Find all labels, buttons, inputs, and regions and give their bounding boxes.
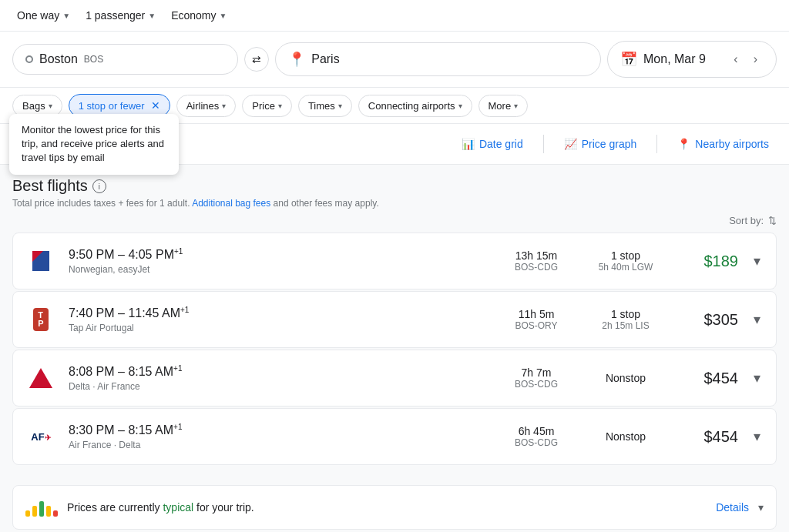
search-bar: Boston BOS ⇄ 📍 Paris 📅 Mon, Mar 9 ‹ ›	[0, 32, 789, 88]
times-filter[interactable]: Times ▾	[298, 95, 352, 117]
date-next-button[interactable]: ›	[747, 49, 764, 69]
best-flights-info-icon[interactable]: i	[92, 179, 106, 193]
bottom-bar: Prices are currently typical for your tr…	[12, 485, 777, 530]
main-content: Best flights i Total price includes taxe…	[0, 165, 789, 479]
flight-airline: Delta · Air France	[69, 381, 485, 392]
flight-times: 8:08 PM – 8:15 AM+1 Delta · Air France	[69, 364, 485, 391]
stop-filter-label: 1 stop or fewer	[79, 100, 145, 112]
flight-duration-main: 11h 5m	[498, 308, 575, 320]
airlines-filter[interactable]: Airlines ▾	[176, 95, 237, 117]
price-chevron: ▾	[278, 102, 282, 110]
nearby-airports-button[interactable]: 📍 Nearby airports	[670, 133, 777, 155]
price-bar-low	[25, 510, 30, 517]
flight-card: TP 7:40 PM – 11:45 AM+1 Tap Air Portugal…	[12, 291, 777, 348]
top-bar: One way ▼ 1 passenger ▼ Economy ▼	[0, 0, 789, 32]
flight-expand-button[interactable]: ▾	[750, 366, 764, 390]
flight-stops: 1 stop 5h 40m LGW	[587, 249, 664, 273]
more-filter[interactable]: More ▾	[478, 95, 529, 117]
calendar-icon: 📅	[620, 51, 637, 68]
date-grid-button[interactable]: 📊 Date grid	[454, 133, 531, 155]
connecting-airports-label: Connecting airports	[368, 100, 455, 112]
airline-logo	[25, 246, 56, 276]
sort-icon[interactable]: ⇅	[768, 215, 777, 226]
sort-by-label: Sort by:	[729, 215, 764, 226]
flight-price: $305	[677, 311, 738, 329]
flight-row[interactable]: 9:50 PM – 4:05 PM+1 Norwegian, easyJet 1…	[13, 233, 776, 289]
details-button[interactable]: Details	[716, 501, 749, 514]
flight-row[interactable]: TP 7:40 PM – 11:45 AM+1 Tap Air Portugal…	[13, 292, 776, 347]
price-graph-button[interactable]: 📈 Price graph	[556, 133, 645, 155]
origin-field[interactable]: Boston BOS	[12, 44, 238, 75]
flight-duration: 13h 15m BOS-CDG	[498, 249, 575, 273]
flight-route: BOS-CDG	[498, 379, 575, 390]
flight-duration: 11h 5m BOS-ORY	[498, 308, 575, 331]
date-grid-label: Date grid	[479, 138, 523, 150]
flight-times: 7:40 PM – 11:45 AM+1 Tap Air Portugal	[69, 306, 485, 333]
price-label: Price	[252, 100, 275, 112]
bottom-expand-icon[interactable]: ▾	[758, 501, 764, 514]
tooltip-text: Monitor the lowest price for this trip, …	[22, 124, 164, 163]
flight-expand-button[interactable]: ▾	[750, 425, 764, 448]
flight-stops-detail: 2h 15m LIS	[587, 320, 664, 331]
swap-button[interactable]: ⇄	[244, 47, 269, 72]
flight-duration-main: 7h 7m	[498, 366, 575, 379]
svg-marker-2	[29, 368, 52, 388]
bags-label: Bags	[22, 100, 45, 112]
flight-price: $454	[677, 428, 738, 446]
flight-card: 8:08 PM – 8:15 AM+1 Delta · Air France 7…	[12, 350, 777, 407]
flight-time-main: 9:50 PM – 4:05 PM+1	[69, 247, 485, 262]
cabin-class-label: Economy	[171, 9, 216, 22]
divider-2	[656, 135, 657, 153]
more-chevron: ▾	[514, 102, 518, 110]
flight-times: 8:30 PM – 8:15 AM+1 Air France · Delta	[69, 423, 485, 450]
flight-price: $189	[677, 253, 738, 270]
flight-time-main: 7:40 PM – 11:45 AM+1	[69, 306, 485, 320]
flight-expand-button[interactable]: ▾	[750, 308, 764, 331]
flight-duration-main: 6h 45m	[498, 425, 575, 437]
flight-stops-main: 1 stop	[587, 249, 664, 262]
price-status-highlight: typical	[163, 501, 193, 514]
price-bar-high	[53, 510, 58, 517]
divider-1	[543, 135, 544, 153]
best-flights-title: Best flights	[12, 177, 88, 195]
flight-route: BOS-ORY	[498, 320, 575, 331]
destination-field[interactable]: 📍 Paris	[275, 42, 601, 76]
price-note: Total price includes taxes + fees for 1 …	[12, 198, 777, 209]
additional-bag-fees-link[interactable]: Additional bag fees	[192, 198, 270, 209]
passengers-button[interactable]: 1 passenger ▼	[81, 6, 160, 25]
flight-row[interactable]: AF✈ 8:30 PM – 8:15 AM+1 Air France · Del…	[13, 409, 776, 464]
flight-price: $454	[677, 370, 738, 387]
flight-stops: Nonstop	[587, 430, 664, 443]
trip-type-button[interactable]: One way ▼	[12, 6, 75, 25]
flight-stops-main: Nonstop	[587, 430, 664, 443]
price-bar-mid-high	[46, 506, 51, 517]
date-field[interactable]: 📅 Mon, Mar 9 ‹ ›	[607, 41, 777, 78]
price-filter[interactable]: Price ▾	[242, 95, 292, 117]
stop-filter-close-icon[interactable]: ✕	[151, 99, 160, 112]
airlines-label: Airlines	[186, 100, 220, 112]
price-graph-label: Price graph	[582, 138, 637, 150]
times-chevron: ▾	[338, 102, 342, 110]
airline-logo: TP	[25, 304, 56, 335]
date-prev-button[interactable]: ‹	[727, 49, 744, 69]
flight-duration: 7h 7m BOS-CDG	[498, 366, 575, 390]
cabin-class-button[interactable]: Economy ▼	[166, 6, 231, 25]
flight-card: 9:50 PM – 4:05 PM+1 Norwegian, easyJet 1…	[12, 233, 777, 289]
flight-airline: Air France · Delta	[69, 440, 485, 450]
flight-cards: 9:50 PM – 4:05 PM+1 Norwegian, easyJet 1…	[12, 233, 777, 465]
price-graph-icon: 📈	[564, 138, 577, 150]
airline-logo	[25, 363, 56, 393]
destination-pin-icon: 📍	[288, 51, 305, 68]
flight-card: AF✈ 8:30 PM – 8:15 AM+1 Air France · Del…	[12, 408, 777, 465]
flight-duration: 6h 45m BOS-CDG	[498, 425, 575, 448]
date-grid-icon: 📊	[462, 138, 475, 150]
passengers-label: 1 passenger	[86, 9, 145, 22]
flight-row[interactable]: 8:08 PM – 8:15 AM+1 Delta · Air France 7…	[13, 350, 776, 406]
flight-stops-detail: 5h 40m LGW	[587, 262, 664, 273]
flight-stops-main: Nonstop	[587, 372, 664, 384]
flight-time-main: 8:08 PM – 8:15 AM+1	[69, 364, 485, 379]
nearby-airports-icon: 📍	[677, 138, 690, 150]
connecting-airports-chevron: ▾	[458, 102, 462, 110]
flight-expand-button[interactable]: ▾	[750, 249, 764, 273]
connecting-airports-filter[interactable]: Connecting airports ▾	[358, 95, 472, 117]
